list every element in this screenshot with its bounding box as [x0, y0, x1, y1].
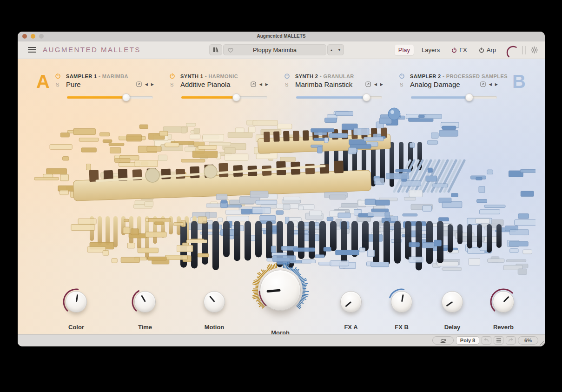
- history-menu-button[interactable]: [494, 336, 503, 345]
- window-title: Augmented MALLETS: [18, 33, 545, 39]
- layer-type-label: SYNTH 2 • GRANULAR: [295, 73, 354, 79]
- cpu-meter[interactable]: 6%: [518, 336, 538, 345]
- morph-knob[interactable]: Morph: [245, 260, 315, 336]
- layer-preset-name[interactable]: Additive Pianola: [180, 80, 231, 88]
- undo-icon: [483, 338, 489, 343]
- arp-power-icon[interactable]: [479, 47, 484, 53]
- next-layer-preset-button[interactable]: ▶: [151, 82, 154, 86]
- layer-volume-slider[interactable]: [411, 93, 497, 101]
- layer-preset-name[interactable]: Pure: [66, 80, 81, 88]
- solo-button[interactable]: S: [56, 82, 59, 87]
- prev-layer-preset-button[interactable]: ◀: [145, 82, 148, 86]
- layer-type-label: SAMPLER 1 • MARIMBA: [66, 73, 128, 79]
- tab-play[interactable]: Play: [395, 45, 414, 55]
- layer-type-label: SAMPLER 2 • PROCESSED SAMPLES: [410, 73, 508, 79]
- next-layer-preset-button[interactable]: ▶: [495, 82, 498, 86]
- side-b-label: B: [512, 72, 526, 91]
- prev-layer-preset-button[interactable]: ◀: [374, 82, 377, 86]
- layer-strip-synth2: SYNTH 2 • GRANULAR S Marimba Rainstick ◀…: [284, 59, 384, 110]
- main-menu-icon[interactable]: [28, 47, 36, 53]
- preset-name[interactable]: Ploppy Marimba: [253, 47, 297, 53]
- time-knob[interactable]: Time: [127, 286, 163, 331]
- app-logo: AUGMENTED MALLETS: [43, 46, 141, 53]
- titlebar: Augmented MALLETS: [18, 32, 545, 41]
- status-bar: Poly 8 6%: [18, 334, 545, 346]
- poly-mode-button[interactable]: Poly 8: [456, 336, 479, 345]
- reverb-knob[interactable]: Reverb: [486, 286, 521, 331]
- side-a-label: A: [36, 72, 50, 91]
- prev-layer-preset-button[interactable]: ◀: [259, 82, 262, 86]
- solo-button[interactable]: S: [285, 82, 288, 87]
- layer-strip-sampler1: SAMPLER 1 • MARIMBA S Pure ◀ ▶: [55, 59, 155, 110]
- slider-handle[interactable]: [363, 93, 370, 101]
- fx-power-icon[interactable]: [451, 47, 457, 53]
- plugin-window: Augmented MALLETS AUGMENTED MALLETS Plop…: [18, 32, 545, 346]
- fx-a-knob[interactable]: FX A: [333, 286, 369, 331]
- redo-icon: [508, 338, 514, 343]
- slider-handle[interactable]: [122, 93, 130, 101]
- solo-button[interactable]: S: [400, 82, 403, 87]
- color-knob[interactable]: Color: [59, 286, 94, 331]
- layer-power-icon[interactable]: [399, 73, 405, 79]
- resize-grip[interactable]: [538, 339, 544, 346]
- layer-browse-icon[interactable]: [251, 81, 256, 87]
- redo-button[interactable]: [506, 336, 516, 345]
- undo-button[interactable]: [482, 336, 491, 345]
- pedal-button[interactable]: [432, 336, 454, 345]
- pedal-icon: [439, 338, 447, 344]
- next-layer-preset-button[interactable]: ▶: [380, 82, 383, 86]
- header-nav: Play Layers FX Arp: [395, 41, 538, 59]
- preset-library-button[interactable]: [209, 44, 222, 55]
- next-layer-preset-button[interactable]: ▶: [265, 82, 268, 86]
- layer-browse-icon[interactable]: [136, 81, 142, 87]
- fx-b-knob[interactable]: FX B: [384, 286, 419, 331]
- layer-volume-slider[interactable]: [67, 93, 153, 101]
- prev-layer-preset-button[interactable]: ◀: [489, 82, 492, 86]
- library-icon: [212, 46, 219, 53]
- layer-power-icon[interactable]: [169, 73, 175, 79]
- tab-arp[interactable]: Arp: [475, 45, 500, 55]
- history-list-icon: [496, 338, 502, 343]
- preset-browser: Ploppy Marimba ▲ ▼: [209, 44, 344, 55]
- preset-name-field[interactable]: Ploppy Marimba: [223, 44, 326, 55]
- layer-strip-synth1: SYNTH 1 • HARMONIC S Additive Pianola ◀ …: [169, 59, 269, 110]
- solo-button[interactable]: S: [170, 82, 173, 87]
- motion-knob[interactable]: Motion: [197, 286, 232, 331]
- layer-volume-slider[interactable]: [181, 93, 267, 101]
- layer-type-label: SYNTH 1 • HARMONIC: [180, 73, 238, 79]
- main-panel: A B SAMPLER 1 • MARIMBA S Pure ◀ ▶ SYNTH…: [18, 59, 545, 336]
- layer-browse-icon[interactable]: [365, 81, 371, 87]
- layer-power-icon[interactable]: [55, 73, 61, 79]
- favorite-heart-icon[interactable]: [227, 47, 234, 53]
- layer-browse-icon[interactable]: [480, 81, 486, 87]
- layer-volume-slider[interactable]: [296, 93, 382, 101]
- layer-power-icon[interactable]: [284, 73, 290, 79]
- layer-preset-name[interactable]: Marimba Rainstick: [295, 80, 352, 88]
- app-header: AUGMENTED MALLETS Ploppy Marimba ▲ ▼ Pla…: [18, 41, 545, 59]
- delay-knob[interactable]: Delay: [435, 286, 470, 331]
- slider-handle[interactable]: [465, 93, 473, 101]
- slider-handle[interactable]: [232, 93, 240, 101]
- preset-prev-next-buttons[interactable]: ▲ ▼: [327, 44, 344, 55]
- settings-gear-icon[interactable]: [530, 46, 538, 54]
- instrument-3d-visual: [27, 106, 536, 279]
- master-volume-knob[interactable]: [504, 43, 518, 57]
- level-meter: [522, 46, 526, 54]
- layer-strip-sampler2: SAMPLER 2 • PROCESSED SAMPLES S Analog D…: [399, 59, 499, 110]
- tab-layers[interactable]: Layers: [418, 45, 443, 55]
- layer-preset-name[interactable]: Analog Damage: [410, 80, 460, 88]
- tab-fx[interactable]: FX: [448, 45, 471, 55]
